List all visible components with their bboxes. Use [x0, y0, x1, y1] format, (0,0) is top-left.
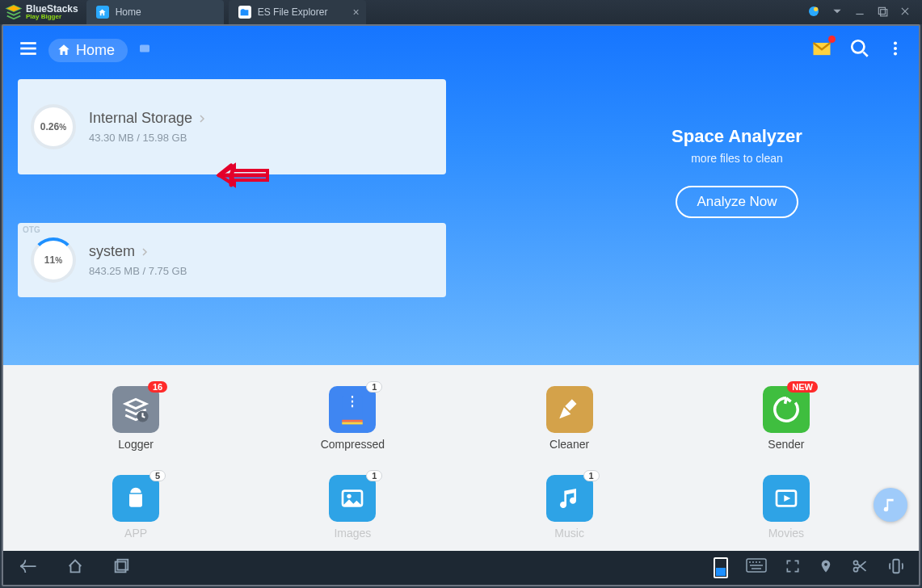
window-buttons: [796, 0, 922, 24]
android-navbar: [3, 551, 919, 585]
svg-point-15: [894, 52, 897, 55]
analyzer-subtitle: more files to clean: [636, 152, 838, 165]
storage-label: system: [89, 243, 135, 260]
svg-point-14: [894, 47, 897, 50]
premium-icon[interactable]: [807, 5, 820, 20]
badge: 5: [149, 470, 166, 481]
badge: 1: [583, 470, 600, 481]
svg-point-35: [854, 568, 858, 572]
tile-compressed[interactable]: 1 Compressed: [321, 386, 385, 451]
svg-rect-3: [878, 7, 885, 14]
movie-icon: [773, 485, 799, 511]
dropdown-icon[interactable]: [831, 6, 843, 19]
svg-point-1: [814, 6, 818, 10]
recent-button[interactable]: [112, 557, 131, 578]
chevron-right-icon: [197, 114, 207, 124]
mail-icon[interactable]: [810, 37, 833, 63]
notification-dot: [828, 36, 836, 43]
home-icon: [96, 6, 109, 19]
badge: 16: [148, 381, 167, 393]
minimize-button[interactable]: [854, 6, 865, 19]
usage-ring: 11%: [31, 237, 76, 283]
keyboard-toggle[interactable]: [714, 557, 728, 578]
android-icon: [123, 485, 149, 511]
image-icon: [339, 485, 365, 511]
search-icon[interactable]: [849, 38, 870, 62]
floating-music-button[interactable]: [874, 488, 907, 522]
percent-value: 11: [44, 254, 55, 266]
home-icon: [57, 43, 71, 57]
svg-point-13: [894, 42, 897, 45]
tab-label: ES File Explorer: [258, 6, 328, 18]
svg-rect-4: [881, 9, 887, 15]
storage-usage: 43.30 MB / 15.98 GB: [89, 132, 207, 144]
svg-rect-18: [343, 420, 364, 422]
sender-icon: [773, 396, 800, 423]
tab-close-icon[interactable]: ×: [353, 6, 360, 19]
home-pill[interactable]: Home: [48, 39, 128, 62]
app-toolbar: Home: [18, 37, 904, 63]
tile-cleaner[interactable]: Cleaner: [546, 386, 593, 451]
android-frame: Home 0.26% Internal Storage 43.30: [2, 24, 920, 586]
shake-icon[interactable]: [886, 557, 906, 578]
music-icon: [557, 485, 583, 511]
zip-icon: [339, 393, 366, 426]
analyzer-title: Space Analyzer: [636, 126, 838, 147]
tab-home[interactable]: Home: [86, 0, 224, 24]
window-icon[interactable]: [137, 41, 152, 59]
menu-icon[interactable]: [18, 38, 39, 62]
tile-label: Compressed: [321, 438, 385, 451]
internal-storage-card[interactable]: 0.26% Internal Storage 43.30 MB / 15.98 …: [18, 79, 446, 174]
keyboard-icon[interactable]: [746, 558, 767, 578]
svg-point-34: [854, 561, 858, 565]
badge: 1: [366, 381, 382, 393]
home-button[interactable]: [65, 557, 86, 578]
app-header-area: Home 0.26% Internal Storage 43.30: [3, 26, 919, 365]
tab-label: Home: [116, 6, 141, 18]
badge: 1: [366, 470, 382, 481]
layers-icon: [5, 3, 23, 21]
home-pill-label: Home: [76, 42, 115, 59]
space-analyzer: Space Analyzer more files to clean Analy…: [636, 126, 838, 218]
bluestacks-titlebar: BlueStacks Play Bigger Home ES File Expl…: [0, 0, 922, 24]
back-button[interactable]: [16, 557, 39, 578]
usage-ring: 0.26%: [31, 104, 76, 149]
tile-images[interactable]: 1 Images: [329, 475, 376, 540]
badge: NEW: [787, 381, 818, 393]
analyze-button[interactable]: Analyze Now: [676, 186, 798, 218]
fullscreen-icon[interactable]: [785, 558, 801, 578]
tile-label: Movies: [768, 527, 804, 540]
tile-label: Music: [554, 527, 584, 540]
storage-label: Internal Storage: [89, 110, 192, 127]
tile-label: Sender: [768, 438, 804, 451]
tab-container: Home ES File Explorer ×: [86, 0, 796, 24]
category-tiles: 16 Logger 1 Compressed Cleaner NEW Sende…: [3, 365, 919, 551]
tile-label: Images: [334, 527, 371, 540]
scissors-icon[interactable]: [851, 558, 869, 578]
chevron-right-icon: [140, 247, 149, 257]
tile-app[interactable]: 5 APP: [112, 475, 159, 540]
close-button[interactable]: [899, 6, 911, 19]
tagline-text: Play Bigger: [26, 14, 78, 20]
tile-sender[interactable]: NEW Sender: [763, 386, 810, 451]
tile-label: Cleaner: [549, 438, 589, 451]
svg-point-11: [852, 40, 864, 52]
logger-icon: [122, 396, 149, 423]
system-storage-card[interactable]: OTG 11% system 843.25 MB / 7.75 GB: [18, 223, 446, 297]
tile-movies[interactable]: Movies: [763, 475, 810, 540]
tile-label: Logger: [118, 438, 154, 451]
svg-rect-36: [893, 560, 899, 573]
svg-point-22: [347, 494, 352, 498]
percent-unit: %: [55, 256, 62, 265]
tab-esfileexplorer[interactable]: ES File Explorer ×: [229, 0, 366, 24]
percent-value: 0.26: [40, 121, 59, 132]
location-icon[interactable]: [819, 557, 833, 578]
music-note-icon: [882, 496, 899, 514]
tile-music[interactable]: 1 Music: [546, 475, 593, 540]
bluestacks-logo: BlueStacks Play Bigger: [0, 0, 86, 24]
maximize-button[interactable]: [877, 6, 888, 19]
tile-label: APP: [124, 527, 147, 540]
tile-logger[interactable]: 16 Logger: [112, 386, 159, 451]
overflow-icon[interactable]: [886, 38, 904, 62]
broom-icon: [556, 396, 583, 423]
